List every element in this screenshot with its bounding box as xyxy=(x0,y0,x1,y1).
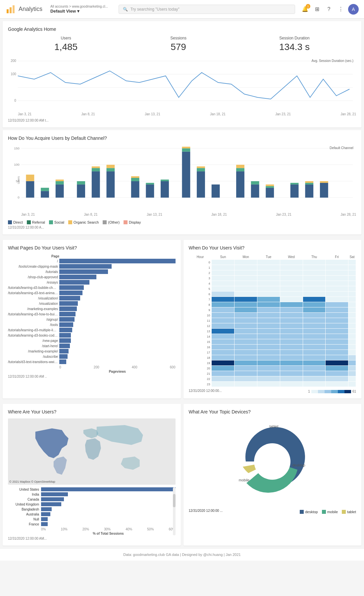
heatmap-cell xyxy=(348,307,356,313)
heatmap-cell xyxy=(348,323,356,329)
legend-dot-other xyxy=(103,220,107,224)
svg-text:200: 200 xyxy=(11,59,16,63)
geo-card: Where Are Your Users? xyxy=(3,404,181,546)
list-item: /tutorials/learning-d3-text-animations xyxy=(8,291,176,295)
heatmap-row: 17 xyxy=(189,350,356,355)
country-bar-track xyxy=(41,512,176,516)
legend-dot-tablet xyxy=(342,510,346,514)
country-bar-track xyxy=(41,487,176,491)
list-item: / xyxy=(8,259,176,263)
list-item: /visualization/ xyxy=(8,296,176,300)
pages-col-header: Page xyxy=(8,254,59,258)
heatmap-cell xyxy=(280,334,303,339)
heatmap-cell xyxy=(326,345,348,350)
heatmap-cell xyxy=(326,276,348,281)
heatmap-cell xyxy=(234,318,257,323)
heatmap-cell xyxy=(280,366,303,371)
more-icon[interactable]: ⋮ xyxy=(336,5,345,14)
legend-dot-desktop xyxy=(300,510,304,514)
heatmap-cell xyxy=(280,350,303,355)
pages-card: What Pages Do Your Users Visit? Page / /… xyxy=(3,240,181,399)
heatmap-cell xyxy=(234,313,257,318)
heatmap-cell xyxy=(234,286,257,292)
svg-rect-27 xyxy=(77,181,85,185)
sun-header: Sun xyxy=(212,254,234,260)
hour-label: 9 xyxy=(189,307,212,313)
scroll-indicator[interactable] xyxy=(173,487,176,535)
svg-rect-29 xyxy=(92,168,100,171)
tue-header: Tue xyxy=(257,254,280,260)
notification-badge: 1 xyxy=(306,4,310,9)
page-bar-track xyxy=(59,322,176,327)
list-item: United States xyxy=(8,487,176,491)
user-avatar[interactable]: A xyxy=(348,4,359,15)
users-value: 1,485 xyxy=(54,42,78,52)
svg-text:100: 100 xyxy=(11,72,16,76)
apps-icon[interactable]: ⊞ xyxy=(312,5,322,14)
page-bar-track xyxy=(59,296,176,300)
heatmap-cell xyxy=(257,355,280,360)
heatmap-row: 11 xyxy=(189,318,356,323)
hour-label: 5 xyxy=(189,286,212,292)
heatmap-cell xyxy=(234,382,257,387)
view-selector[interactable]: Default View ▾ xyxy=(50,9,108,14)
chan-x-0: Jan 3, 21 xyxy=(21,213,35,216)
heatmap-table: Hour Sun Mon Tue Wed Thu Fri Sat 0123456… xyxy=(189,254,356,387)
hour-label: 18 xyxy=(189,355,212,360)
hour-label: 6 xyxy=(189,292,212,297)
page-bar xyxy=(59,322,73,327)
page-bar xyxy=(59,275,96,279)
heatmap-cell xyxy=(303,366,326,371)
heatmap-footer: 12/31/2020 12:00:00... 1 61 xyxy=(189,388,356,393)
notification-icon[interactable]: 🔔 1 xyxy=(300,5,310,14)
world-map-svg xyxy=(8,418,176,485)
logo-area: Analytics xyxy=(5,4,42,15)
heatmap-cell xyxy=(280,302,303,307)
svg-rect-48 xyxy=(236,171,244,197)
page-bar-track xyxy=(59,269,176,274)
chart-y-label: Avg. Session Duration (sec.) xyxy=(311,59,353,63)
svg-rect-36 xyxy=(131,176,139,178)
devices-title: What Are Your Topic Devices? xyxy=(189,409,356,414)
heatmap-cell xyxy=(212,313,234,318)
heatmap-cell xyxy=(257,297,280,302)
svg-rect-45 xyxy=(197,168,205,171)
page-label: /visualization xyxy=(8,302,59,305)
svg-rect-31 xyxy=(106,171,115,197)
legend-dot-organic xyxy=(68,220,72,224)
page-bar-track xyxy=(59,301,176,306)
country-bar xyxy=(41,487,176,491)
chan-x-1: Jan 8, 21 xyxy=(84,213,98,216)
page-bar-track xyxy=(59,344,176,348)
heatmap-cell xyxy=(234,339,257,345)
page-bar-track xyxy=(59,264,176,269)
legend-dot-referral xyxy=(27,220,31,224)
heatmap-cell xyxy=(212,366,234,371)
page-bar-track xyxy=(59,333,176,338)
heatmap-cell xyxy=(280,339,303,345)
heatmap-cell xyxy=(280,260,303,265)
legend-desktop: desktop xyxy=(300,510,318,514)
search-bar[interactable]: 🔍 Try searching "Users today" xyxy=(119,5,295,14)
geo-x-2: 20% xyxy=(82,527,89,531)
users-stat: Users 1,485 xyxy=(54,36,78,52)
country-name: Null xyxy=(8,517,41,521)
heatmap-cell xyxy=(303,276,326,281)
heatmap-header-row: Hour Sun Mon Tue Wed Thu Fri Sat xyxy=(189,254,356,260)
heatmap-cell xyxy=(257,323,280,329)
svg-rect-50 xyxy=(236,165,244,168)
heatmap-cell xyxy=(348,334,356,339)
list-item: India xyxy=(8,492,176,496)
help-icon[interactable]: ? xyxy=(324,5,334,14)
svg-rect-25 xyxy=(56,180,64,181)
page-bar-track xyxy=(59,338,176,343)
heatmap-row: 20 xyxy=(189,366,356,371)
page-label: /tutorials/learning-d3-multiple-lines-c.… xyxy=(8,328,59,332)
page-bar xyxy=(59,344,70,348)
heatmap-cell xyxy=(212,286,234,292)
x-label-2: Jan 13, 21 xyxy=(145,112,160,116)
heatmap-cell xyxy=(280,281,303,286)
country-bar xyxy=(41,492,68,496)
hour-label: 4 xyxy=(189,281,212,286)
heatmap-cell xyxy=(348,276,356,281)
